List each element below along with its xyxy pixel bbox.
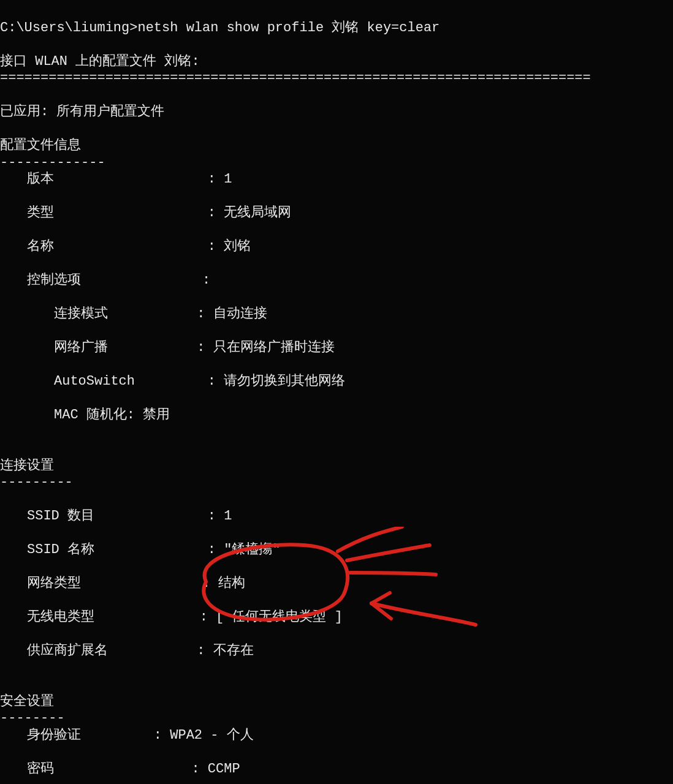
network-type-value: 结构 — [218, 576, 245, 591]
cipher-value: CCMP — [208, 761, 240, 777]
ssid-count-label: SSID 数目 — [0, 508, 94, 525]
network-type-label: 网络类型 — [0, 575, 81, 592]
version-value: 1 — [224, 172, 232, 187]
control-options-label: 控制选项 — [0, 272, 81, 289]
section-dash: -------- — [0, 710, 65, 726]
type-value: 无线局域网 — [224, 205, 291, 221]
broadcast-value: 只在网络广播时连接 — [213, 340, 335, 355]
broadcast-label: 网络广播 — [0, 339, 108, 356]
section-dash: ------------- — [0, 155, 105, 170]
version-label: 版本 — [0, 171, 54, 188]
section-profile-title: 配置文件信息 — [0, 138, 81, 153]
radio-type-label: 无线电类型 — [0, 609, 94, 626]
ssid-name-value: "鍒橀摥" — [224, 542, 280, 557]
connect-mode-value: 自动连接 — [213, 306, 267, 322]
type-label: 类型 — [0, 205, 54, 222]
cipher-label: 密码 — [0, 761, 54, 778]
mac-randomization: MAC 随机化: 禁用 — [0, 407, 170, 424]
terminal-output: C:\Users\liuming>netsh wlan show profile… — [0, 0, 673, 784]
ssid-name-label: SSID 名称 — [0, 541, 94, 559]
ssid-count-value: 1 — [224, 508, 232, 524]
name-value: 刘铭 — [224, 239, 251, 254]
section-security-title: 安全设置 — [0, 694, 54, 709]
autoswitch-value: 请勿切换到其他网络 — [224, 374, 345, 389]
auth-label: 身份验证 — [0, 727, 81, 744]
section-connection-title: 连接设置 — [0, 458, 54, 473]
auth-value: WPA2 - 个人 — [170, 728, 253, 743]
autoswitch-label: AutoSwitch — [0, 373, 135, 390]
header-divider: ========================================… — [0, 70, 591, 86]
vendor-ext-value: 不存在 — [213, 643, 254, 658]
applied-line: 已应用: 所有用户配置文件 — [0, 104, 164, 119]
section-dash: --------- — [0, 475, 73, 490]
connect-mode-label: 连接模式 — [0, 306, 108, 323]
command-prompt: C:\Users\liuming>netsh wlan show profile… — [0, 20, 439, 36]
interface-header: 接口 WLAN 上的配置文件 刘铭: — [0, 54, 200, 69]
radio-type-value: [ 任何无线电类型 ] — [216, 609, 343, 625]
name-label: 名称 — [0, 238, 54, 255]
vendor-ext-label: 供应商扩展名 — [0, 643, 108, 660]
